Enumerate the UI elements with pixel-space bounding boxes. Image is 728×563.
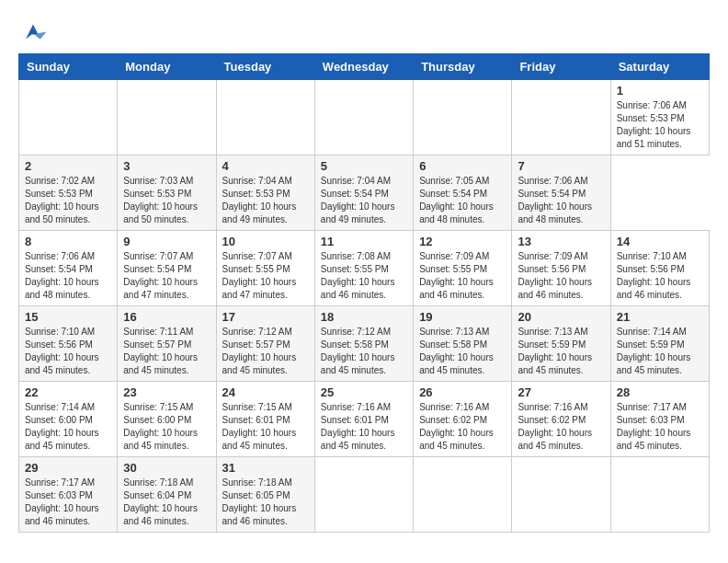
day-number: 1 bbox=[617, 84, 703, 98]
day-info: Sunrise: 7:07 AMSunset: 5:54 PMDaylight:… bbox=[123, 250, 210, 302]
calendar-day-7: 7Sunrise: 7:06 AMSunset: 5:54 PMDaylight… bbox=[512, 155, 610, 231]
day-number: 4 bbox=[222, 159, 309, 173]
calendar-day-21: 21Sunrise: 7:14 AMSunset: 5:59 PMDayligh… bbox=[610, 306, 709, 382]
day-info: Sunrise: 7:18 AMSunset: 6:05 PMDaylight:… bbox=[222, 477, 309, 528]
calendar-header-friday: Friday bbox=[512, 54, 610, 80]
calendar-day-3: 3Sunrise: 7:03 AMSunset: 5:53 PMDaylight… bbox=[118, 155, 216, 231]
calendar-day-28: 28Sunrise: 7:17 AMSunset: 6:03 PMDayligh… bbox=[610, 382, 709, 457]
day-number: 29 bbox=[25, 461, 111, 475]
day-info: Sunrise: 7:16 AMSunset: 6:02 PMDaylight:… bbox=[419, 401, 506, 453]
calendar-header-thursday: Thursday bbox=[414, 54, 512, 80]
day-number: 2 bbox=[25, 159, 111, 173]
day-number: 6 bbox=[419, 159, 506, 173]
day-info: Sunrise: 7:12 AMSunset: 5:57 PMDaylight:… bbox=[222, 326, 309, 377]
day-number: 3 bbox=[123, 159, 210, 173]
calendar-week-4: 15Sunrise: 7:10 AMSunset: 5:56 PMDayligh… bbox=[19, 306, 710, 382]
calendar-day-23: 23Sunrise: 7:15 AMSunset: 6:00 PMDayligh… bbox=[118, 382, 216, 457]
calendar-day-30: 30Sunrise: 7:18 AMSunset: 6:04 PMDayligh… bbox=[118, 457, 216, 533]
day-number: 5 bbox=[321, 159, 407, 173]
day-info: Sunrise: 7:08 AMSunset: 5:55 PMDaylight:… bbox=[321, 250, 407, 302]
day-info: Sunrise: 7:10 AMSunset: 5:56 PMDaylight:… bbox=[617, 250, 703, 302]
calendar-day-6: 6Sunrise: 7:05 AMSunset: 5:54 PMDaylight… bbox=[414, 155, 512, 231]
day-number: 12 bbox=[419, 235, 506, 248]
day-info: Sunrise: 7:17 AMSunset: 6:03 PMDaylight:… bbox=[617, 401, 703, 453]
calendar-week-2: 2Sunrise: 7:02 AMSunset: 5:53 PMDaylight… bbox=[19, 155, 710, 231]
calendar-week-1: 1Sunrise: 7:06 AMSunset: 5:53 PMDaylight… bbox=[19, 80, 710, 155]
day-info: Sunrise: 7:13 AMSunset: 5:58 PMDaylight:… bbox=[419, 326, 506, 377]
day-number: 11 bbox=[321, 235, 407, 248]
calendar-day-25: 25Sunrise: 7:16 AMSunset: 6:01 PMDayligh… bbox=[314, 382, 413, 457]
day-info: Sunrise: 7:09 AMSunset: 5:56 PMDaylight:… bbox=[518, 250, 604, 302]
day-number: 8 bbox=[25, 235, 111, 248]
day-number: 7 bbox=[518, 159, 604, 173]
calendar-day-9: 9Sunrise: 7:07 AMSunset: 5:54 PMDaylight… bbox=[118, 231, 216, 306]
logo bbox=[18, 18, 51, 44]
day-info: Sunrise: 7:15 AMSunset: 6:00 PMDaylight:… bbox=[123, 401, 210, 453]
day-info: Sunrise: 7:15 AMSunset: 6:01 PMDaylight:… bbox=[222, 401, 309, 453]
day-info: Sunrise: 7:09 AMSunset: 5:55 PMDaylight:… bbox=[419, 250, 506, 302]
calendar-week-5: 22Sunrise: 7:14 AMSunset: 6:00 PMDayligh… bbox=[19, 382, 710, 457]
day-info: Sunrise: 7:06 AMSunset: 5:53 PMDaylight:… bbox=[617, 99, 703, 151]
calendar-day-29: 29Sunrise: 7:17 AMSunset: 6:03 PMDayligh… bbox=[19, 457, 118, 533]
day-number: 25 bbox=[321, 385, 407, 399]
day-info: Sunrise: 7:13 AMSunset: 5:59 PMDaylight:… bbox=[518, 326, 604, 377]
empty-cell bbox=[314, 457, 413, 533]
calendar-body: 1Sunrise: 7:06 AMSunset: 5:53 PMDaylight… bbox=[19, 80, 710, 533]
calendar-header-row: SundayMondayTuesdayWednesdayThursdayFrid… bbox=[19, 54, 710, 80]
calendar-day-14: 14Sunrise: 7:10 AMSunset: 5:56 PMDayligh… bbox=[610, 231, 709, 306]
day-info: Sunrise: 7:12 AMSunset: 5:58 PMDaylight:… bbox=[321, 326, 407, 377]
calendar-day-15: 15Sunrise: 7:10 AMSunset: 5:56 PMDayligh… bbox=[19, 306, 118, 382]
calendar-day-20: 20Sunrise: 7:13 AMSunset: 5:59 PMDayligh… bbox=[512, 306, 610, 382]
empty-cell bbox=[512, 457, 610, 533]
empty-cell bbox=[610, 457, 709, 533]
calendar-day-16: 16Sunrise: 7:11 AMSunset: 5:57 PMDayligh… bbox=[118, 306, 216, 382]
day-info: Sunrise: 7:05 AMSunset: 5:54 PMDaylight:… bbox=[419, 175, 506, 226]
calendar-day-10: 10Sunrise: 7:07 AMSunset: 5:55 PMDayligh… bbox=[216, 231, 314, 306]
day-info: Sunrise: 7:17 AMSunset: 6:03 PMDaylight:… bbox=[25, 477, 111, 528]
calendar-day-13: 13Sunrise: 7:09 AMSunset: 5:56 PMDayligh… bbox=[512, 231, 610, 306]
day-info: Sunrise: 7:14 AMSunset: 5:59 PMDaylight:… bbox=[617, 326, 703, 377]
calendar-header-tuesday: Tuesday bbox=[216, 54, 314, 80]
empty-cell bbox=[216, 80, 314, 155]
day-number: 21 bbox=[617, 310, 703, 324]
day-number: 14 bbox=[617, 235, 703, 248]
day-info: Sunrise: 7:04 AMSunset: 5:54 PMDaylight:… bbox=[321, 175, 407, 226]
day-info: Sunrise: 7:14 AMSunset: 6:00 PMDaylight:… bbox=[25, 401, 111, 453]
day-info: Sunrise: 7:11 AMSunset: 5:57 PMDaylight:… bbox=[123, 326, 210, 377]
calendar-day-17: 17Sunrise: 7:12 AMSunset: 5:57 PMDayligh… bbox=[216, 306, 314, 382]
day-number: 24 bbox=[222, 385, 309, 399]
empty-cell bbox=[414, 80, 512, 155]
day-info: Sunrise: 7:06 AMSunset: 5:54 PMDaylight:… bbox=[25, 250, 111, 302]
day-number: 23 bbox=[123, 385, 210, 399]
day-number: 31 bbox=[222, 461, 309, 475]
calendar-table: SundayMondayTuesdayWednesdayThursdayFrid… bbox=[18, 53, 710, 533]
empty-cell bbox=[19, 80, 118, 155]
calendar-week-6: 29Sunrise: 7:17 AMSunset: 6:03 PMDayligh… bbox=[19, 457, 710, 533]
day-info: Sunrise: 7:10 AMSunset: 5:56 PMDaylight:… bbox=[25, 326, 111, 377]
calendar-day-12: 12Sunrise: 7:09 AMSunset: 5:55 PMDayligh… bbox=[414, 231, 512, 306]
calendar-day-19: 19Sunrise: 7:13 AMSunset: 5:58 PMDayligh… bbox=[414, 306, 512, 382]
empty-cell bbox=[512, 80, 610, 155]
calendar-week-3: 8Sunrise: 7:06 AMSunset: 5:54 PMDaylight… bbox=[19, 231, 710, 306]
day-number: 18 bbox=[321, 310, 407, 324]
empty-cell bbox=[414, 457, 512, 533]
calendar-day-4: 4Sunrise: 7:04 AMSunset: 5:53 PMDaylight… bbox=[216, 155, 314, 231]
page-header bbox=[18, 18, 710, 44]
day-info: Sunrise: 7:16 AMSunset: 6:02 PMDaylight:… bbox=[518, 401, 604, 453]
day-number: 13 bbox=[518, 235, 604, 248]
day-number: 22 bbox=[25, 385, 111, 399]
calendar-day-18: 18Sunrise: 7:12 AMSunset: 5:58 PMDayligh… bbox=[314, 306, 413, 382]
day-number: 10 bbox=[222, 235, 309, 248]
calendar-day-31: 31Sunrise: 7:18 AMSunset: 6:05 PMDayligh… bbox=[216, 457, 314, 533]
calendar-day-8: 8Sunrise: 7:06 AMSunset: 5:54 PMDaylight… bbox=[19, 231, 118, 306]
calendar-day-24: 24Sunrise: 7:15 AMSunset: 6:01 PMDayligh… bbox=[216, 382, 314, 457]
day-number: 26 bbox=[419, 385, 506, 399]
day-info: Sunrise: 7:07 AMSunset: 5:55 PMDaylight:… bbox=[222, 250, 309, 302]
day-number: 19 bbox=[419, 310, 506, 324]
calendar-day-22: 22Sunrise: 7:14 AMSunset: 6:00 PMDayligh… bbox=[19, 382, 118, 457]
day-info: Sunrise: 7:06 AMSunset: 5:54 PMDaylight:… bbox=[518, 175, 604, 226]
day-number: 15 bbox=[25, 310, 111, 324]
calendar-header-monday: Monday bbox=[118, 54, 216, 80]
day-info: Sunrise: 7:18 AMSunset: 6:04 PMDaylight:… bbox=[123, 477, 210, 528]
empty-cell bbox=[314, 80, 413, 155]
